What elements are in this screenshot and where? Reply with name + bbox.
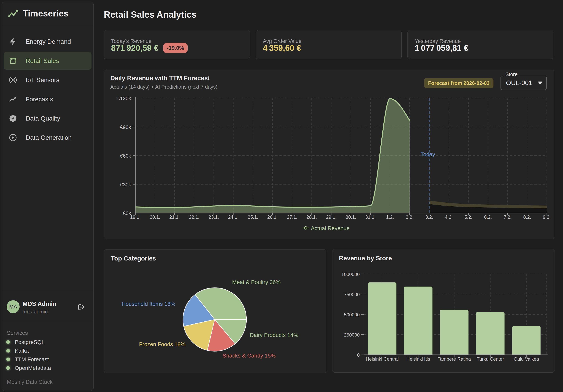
svg-text:28.1.: 28.1. xyxy=(306,214,317,220)
svg-text:1000000: 1000000 xyxy=(341,272,360,277)
svg-text:24.1.: 24.1. xyxy=(228,214,238,220)
svg-text:22.1.: 22.1. xyxy=(189,214,199,220)
svg-text:0: 0 xyxy=(357,353,360,358)
svg-text:3.2.: 3.2. xyxy=(425,214,433,220)
svg-text:7.2.: 7.2. xyxy=(504,214,512,220)
svg-text:30.1.: 30.1. xyxy=(345,214,356,220)
svg-text:250000: 250000 xyxy=(344,332,360,338)
svg-text:Household Items 18%: Household Items 18% xyxy=(122,301,175,307)
svg-text:Meat & Poultry 36%: Meat & Poultry 36% xyxy=(232,279,281,285)
svg-text:750000: 750000 xyxy=(344,292,360,297)
svg-text:Tampere Ratina: Tampere Ratina xyxy=(438,356,471,362)
svg-text:25.1.: 25.1. xyxy=(248,214,258,220)
svg-text:Actual Revenue: Actual Revenue xyxy=(311,225,350,231)
svg-text:Snacks & Candy 15%: Snacks & Candy 15% xyxy=(223,353,276,359)
svg-text:€30k: €30k xyxy=(120,182,131,188)
svg-text:21.1.: 21.1. xyxy=(169,214,180,220)
svg-text:2.2.: 2.2. xyxy=(406,214,413,220)
svg-text:Helsinki Itis: Helsinki Itis xyxy=(406,356,430,362)
svg-text:Frozen Foods 18%: Frozen Foods 18% xyxy=(139,341,186,347)
svg-text:23.1.: 23.1. xyxy=(208,214,219,220)
svg-text:1.2.: 1.2. xyxy=(386,214,394,220)
svg-text:Helsinki Central: Helsinki Central xyxy=(366,356,399,362)
svg-text:€60k: €60k xyxy=(120,153,131,159)
svg-text:500000: 500000 xyxy=(344,312,360,317)
svg-text:29.1.: 29.1. xyxy=(326,214,336,220)
svg-text:4.2.: 4.2. xyxy=(445,214,453,220)
svg-text:5.2.: 5.2. xyxy=(464,214,472,220)
svg-text:€120k: €120k xyxy=(117,95,131,101)
svg-text:Today: Today xyxy=(421,151,435,157)
svg-text:6.2.: 6.2. xyxy=(484,214,492,220)
svg-text:Turku Center: Turku Center xyxy=(477,356,504,362)
svg-text:31.1.: 31.1. xyxy=(365,214,375,220)
svg-text:9.2.: 9.2. xyxy=(543,214,551,220)
svg-text:20.1.: 20.1. xyxy=(150,214,160,220)
svg-text:Dairy Products 14%: Dairy Products 14% xyxy=(250,332,298,338)
svg-text:27.1.: 27.1. xyxy=(287,214,297,220)
svg-text:19.1.: 19.1. xyxy=(130,214,141,220)
svg-text:8.2.: 8.2. xyxy=(523,214,531,220)
svg-text:Oulu Valkea: Oulu Valkea xyxy=(514,356,539,362)
svg-text:€90k: €90k xyxy=(120,124,131,130)
svg-text:26.1.: 26.1. xyxy=(267,214,278,220)
